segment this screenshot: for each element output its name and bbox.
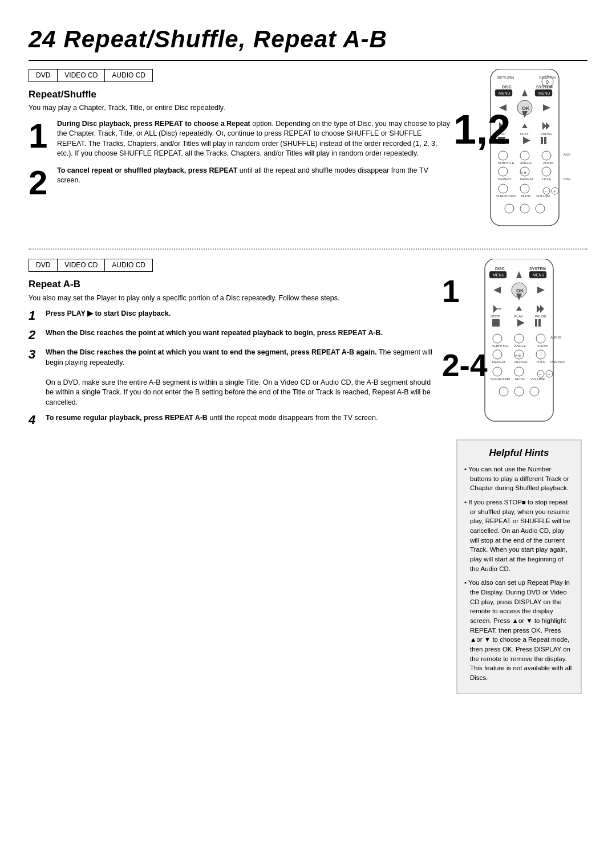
- svg-marker-9: [522, 89, 528, 96]
- ab-step-2-num: 2: [29, 328, 41, 342]
- step-1-content: During Disc playback, press REPEAT to ch…: [57, 119, 451, 159]
- svg-marker-61: [516, 271, 522, 278]
- svg-rect-27: [541, 137, 543, 144]
- helpful-hints-title: Helpful Hints: [464, 446, 574, 460]
- svg-text:SURROUND: SURROUND: [496, 194, 516, 198]
- ab-step-4: 4 To resume regular playback, press REPE…: [29, 413, 439, 427]
- svg-point-44: [499, 184, 508, 193]
- ab-steps: 1 Press PLAY ▶ to start Disc playback. 2…: [29, 309, 439, 427]
- svg-text:ANGLE: ANGLE: [520, 161, 532, 165]
- svg-text:−: −: [545, 190, 547, 194]
- svg-text:PAUSE: PAUSE: [535, 315, 546, 318]
- svg-text:A-B: A-B: [521, 171, 526, 174]
- svg-point-53: [505, 204, 514, 213]
- svg-text:REPEAT: REPEAT: [514, 360, 528, 364]
- svg-point-45: [520, 184, 529, 193]
- hint-item-2: If you press STOP■ to stop repeat or shu…: [464, 498, 574, 573]
- svg-point-82: [514, 334, 524, 343]
- svg-text:TITLE: TITLE: [542, 177, 551, 181]
- svg-text:RETURN: RETURN: [497, 76, 514, 80]
- step-label-12: 1,2: [453, 109, 510, 150]
- page-title: 24 Repeat/Shuffle, Repeat A-B: [29, 23, 587, 61]
- step-2-number: 2: [29, 166, 51, 200]
- svg-text:ANGLE: ANGLE: [514, 344, 526, 348]
- hint-item-3: You also can set up Repeat Play in the D…: [464, 578, 574, 682]
- svg-text:SUBTITLE: SUBTITLE: [492, 344, 509, 348]
- ab-step-1-num: 1: [29, 309, 41, 323]
- svg-rect-28: [544, 137, 546, 144]
- ab-step-2: 2 When the Disc reaches the point at whi…: [29, 328, 439, 342]
- svg-text:VOLUME: VOLUME: [536, 194, 550, 198]
- svg-text:OK: OK: [522, 105, 530, 111]
- svg-point-106: [514, 387, 524, 396]
- svg-text:TITLE: TITLE: [536, 360, 545, 364]
- svg-text:VOLUME: VOLUME: [530, 377, 545, 381]
- tab-video-cd: VIDEO CD: [58, 70, 105, 81]
- ab-step-3-text: When the Disc reaches the point at which…: [46, 348, 439, 407]
- tab-video-cd-2: VIDEO CD: [58, 259, 105, 271]
- svg-point-105: [499, 387, 508, 396]
- svg-text:PLAY: PLAY: [514, 315, 523, 318]
- repeat-shuffle-section: DVD VIDEO CD AUDIO CD Repeat/Shuffle You…: [29, 69, 587, 231]
- ab-step-4-bold: To resume regular playback, press REPEAT…: [46, 414, 208, 422]
- svg-marker-20: [542, 122, 546, 130]
- svg-text:SURROUND: SURROUND: [491, 377, 510, 381]
- svg-marker-64: [493, 287, 501, 294]
- disc-tabs-bottom: DVD VIDEO CD AUDIO CD: [29, 259, 153, 272]
- svg-text:PLAY: PLAY: [520, 132, 529, 136]
- svg-point-29: [499, 151, 508, 160]
- svg-text:DISC: DISC: [502, 85, 512, 89]
- step-1-block: 1 During Disc playback, press REPEAT to …: [29, 119, 451, 159]
- svg-marker-26: [523, 137, 530, 144]
- svg-point-83: [536, 334, 545, 343]
- svg-text:MENU: MENU: [538, 91, 550, 95]
- ab-step-1-bold: Press PLAY ▶ to start Disc playback.: [46, 309, 171, 317]
- tab-dvd: DVD: [29, 70, 58, 81]
- helpful-hints-box: Helpful Hints You can not use the Number…: [456, 439, 582, 694]
- tab-dvd-2: DVD: [29, 259, 58, 271]
- step-2-bold: To cancel repeat or shuffled playback, p…: [57, 166, 237, 174]
- svg-text:STOP: STOP: [491, 315, 500, 318]
- disc-tabs-top: DVD VIDEO CD AUDIO CD: [29, 69, 153, 82]
- svg-rect-77: [492, 319, 500, 327]
- svg-point-97: [514, 367, 524, 376]
- svg-point-30: [520, 151, 529, 160]
- svg-text:REPEAT: REPEAT: [498, 177, 512, 181]
- svg-point-107: [530, 387, 539, 396]
- svg-text:AUDIO: AUDIO: [564, 153, 570, 156]
- hint-item-1: You can not use the Number buttons to pl…: [464, 464, 574, 493]
- svg-rect-80: [538, 319, 541, 327]
- step-1-number: 1: [29, 119, 51, 153]
- svg-marker-21: [546, 122, 550, 130]
- svg-point-88: [493, 350, 502, 359]
- svg-marker-71: [516, 306, 522, 311]
- tab-audio-cd: AUDIO CD: [105, 70, 152, 81]
- svg-rect-79: [535, 319, 537, 327]
- ab-step-1-text: Press PLAY ▶ to start Disc playback.: [46, 309, 171, 319]
- step-label-1: 1: [442, 276, 460, 307]
- svg-text:PREVIEW: PREVIEW: [550, 360, 565, 364]
- svg-text:OK: OK: [516, 288, 524, 294]
- svg-point-31: [542, 151, 551, 160]
- repeat-shuffle-left: DVD VIDEO CD AUDIO CD Repeat/Shuffle You…: [29, 69, 451, 231]
- tab-audio-cd-2: AUDIO CD: [105, 259, 152, 271]
- svg-text:+: +: [548, 372, 550, 377]
- svg-text:SUBTITLE: SUBTITLE: [498, 161, 514, 165]
- svg-text:SYSTEM: SYSTEM: [529, 267, 546, 271]
- svg-text:0: 0: [546, 79, 549, 85]
- svg-point-35: [499, 167, 508, 176]
- svg-text:REPEAT: REPEAT: [520, 177, 534, 181]
- svg-marker-72: [537, 305, 541, 313]
- svg-text:MENU: MENU: [533, 273, 545, 277]
- ab-step-3: 3 When the Disc reaches the point at whi…: [29, 348, 439, 407]
- svg-text:MUTE: MUTE: [515, 377, 525, 381]
- svg-text:DISC: DISC: [495, 267, 505, 271]
- ab-step-3-extra-text: On a DVD, make sure the entire A-B segme…: [46, 378, 431, 406]
- svg-point-81: [493, 334, 502, 343]
- svg-text:MENU: MENU: [499, 91, 510, 95]
- svg-text:SYSTEM: SYSTEM: [536, 85, 553, 89]
- svg-text:PAUSE: PAUSE: [541, 132, 552, 136]
- step-2-block: 2 To cancel repeat or shuffled playback,…: [29, 166, 451, 200]
- svg-marker-19: [522, 124, 528, 128]
- svg-point-54: [520, 204, 529, 213]
